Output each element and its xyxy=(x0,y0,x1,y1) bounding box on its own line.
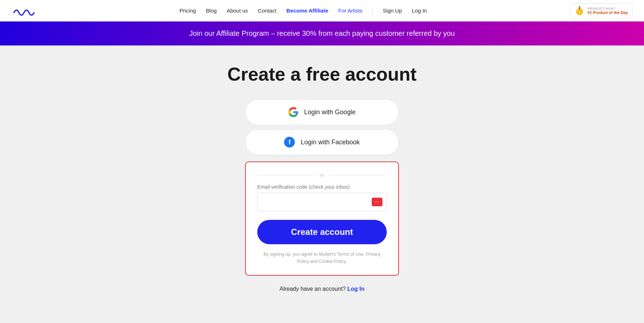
terms-text: By signing up, you agree to Mubert's Ter… xyxy=(257,251,387,265)
create-account-button[interactable]: Create account xyxy=(257,220,387,244)
login-link[interactable]: Log In xyxy=(347,286,365,292)
ph-title: #1 Product of the Day xyxy=(587,10,628,15)
svg-text:1: 1 xyxy=(579,11,581,14)
navbar-left xyxy=(11,4,36,17)
nav-login[interactable]: Log In xyxy=(412,8,427,14)
nav-artists[interactable]: For Artists xyxy=(338,8,363,14)
medal-icon: 1 xyxy=(575,6,585,16)
logo[interactable] xyxy=(11,4,36,17)
page-title: Create a free account xyxy=(228,63,417,85)
google-btn-label: Login with Google xyxy=(304,109,356,116)
email-field-label: Email verification code (check your inbo… xyxy=(257,184,387,190)
nav-contact[interactable]: Contact xyxy=(258,8,277,14)
or-divider: or xyxy=(257,172,387,178)
nav-blog[interactable]: Blog xyxy=(206,8,217,14)
verification-code-input[interactable] xyxy=(257,193,387,211)
facebook-btn-label: Login with Facebook xyxy=(301,139,360,146)
or-line-right xyxy=(328,175,387,175)
navbar-center: Pricing Blog About us Contact Become Aff… xyxy=(180,8,427,14)
facebook-login-button[interactable]: f Login with Facebook xyxy=(245,129,399,155)
bottom-login: Already have an account? Log In xyxy=(279,286,364,292)
already-have-account-text: Already have an account? xyxy=(279,286,346,292)
form-section: or Email verification code (check your i… xyxy=(245,162,399,276)
google-icon xyxy=(288,107,298,117)
nav-signup[interactable]: Sign Up xyxy=(383,8,402,14)
or-text: or xyxy=(320,172,324,178)
banner-text: Join our Affiliate Program – receive 30%… xyxy=(189,29,455,37)
code-input-wrapper: ··· xyxy=(257,193,387,211)
affiliate-banner[interactable]: Join our Affiliate Program – receive 30%… xyxy=(0,21,644,45)
nav-affiliate[interactable]: Become Affiliate xyxy=(287,8,328,14)
google-login-button[interactable]: Login with Google xyxy=(245,99,399,125)
or-line-left xyxy=(257,175,316,175)
navbar-right: 1 PRODUCT HUNT #1 Product of the Day xyxy=(570,3,633,18)
svg-rect-2 xyxy=(579,7,580,9)
ph-label: PRODUCT HUNT xyxy=(587,7,628,10)
facebook-icon: f xyxy=(284,137,295,148)
ph-text: PRODUCT HUNT #1 Product of the Day xyxy=(587,7,628,15)
nav-about[interactable]: About us xyxy=(227,8,248,14)
product-hunt-badge[interactable]: 1 PRODUCT HUNT #1 Product of the Day xyxy=(570,3,633,18)
navbar: Pricing Blog About us Contact Become Aff… xyxy=(0,0,644,21)
sms-icon: ··· xyxy=(372,198,382,206)
nav-divider xyxy=(372,8,373,14)
main-content: Create a free account Login with Google … xyxy=(0,45,644,307)
nav-pricing[interactable]: Pricing xyxy=(180,8,196,14)
